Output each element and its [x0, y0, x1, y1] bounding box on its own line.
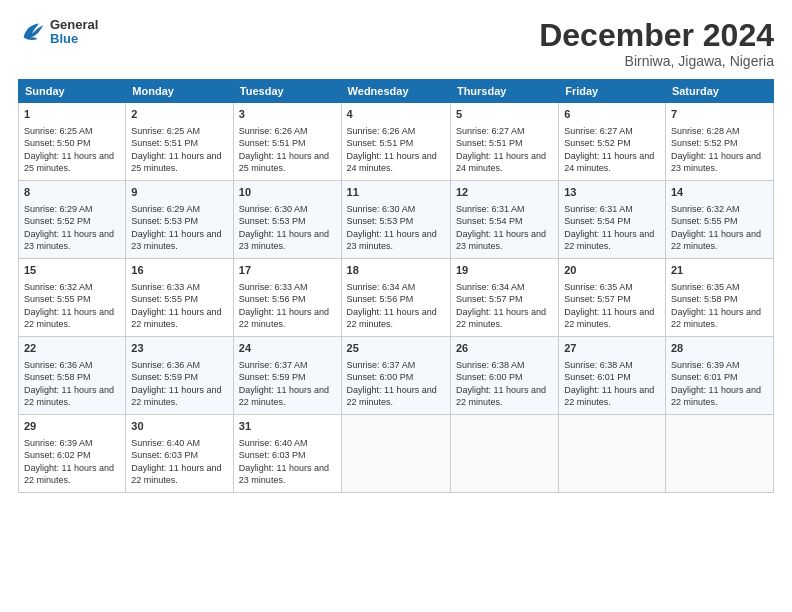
- day-info: Sunrise: 6:30 AM: [239, 203, 336, 216]
- day-info: Sunset: 5:54 PM: [456, 215, 553, 228]
- day-cell: 21Sunrise: 6:35 AMSunset: 5:58 PMDayligh…: [665, 259, 773, 337]
- day-number: 27: [564, 341, 660, 356]
- day-info: Sunrise: 6:37 AM: [239, 359, 336, 372]
- logo-general: General: [50, 18, 98, 32]
- day-info: Sunset: 5:53 PM: [239, 215, 336, 228]
- day-info: Sunset: 5:56 PM: [347, 293, 445, 306]
- day-info: Sunrise: 6:35 AM: [564, 281, 660, 294]
- day-number: 7: [671, 107, 768, 122]
- day-info: Sunrise: 6:31 AM: [456, 203, 553, 216]
- day-info: Sunset: 6:03 PM: [239, 449, 336, 462]
- day-info: Sunset: 6:00 PM: [347, 371, 445, 384]
- day-cell: 17Sunrise: 6:33 AMSunset: 5:56 PMDayligh…: [233, 259, 341, 337]
- day-number: 16: [131, 263, 228, 278]
- day-number: 26: [456, 341, 553, 356]
- day-info: Sunrise: 6:25 AM: [131, 125, 228, 138]
- day-info: Daylight: 11 hours and 23 minutes.: [347, 228, 445, 253]
- day-info: Sunset: 5:53 PM: [347, 215, 445, 228]
- day-number: 19: [456, 263, 553, 278]
- day-info: Sunset: 5:53 PM: [131, 215, 228, 228]
- day-cell: 26Sunrise: 6:38 AMSunset: 6:00 PMDayligh…: [450, 337, 558, 415]
- day-info: Daylight: 11 hours and 25 minutes.: [239, 150, 336, 175]
- logo: General Blue: [18, 18, 98, 47]
- day-number: 15: [24, 263, 120, 278]
- day-cell: 27Sunrise: 6:38 AMSunset: 6:01 PMDayligh…: [559, 337, 666, 415]
- day-info: Sunrise: 6:38 AM: [456, 359, 553, 372]
- calendar-table: SundayMondayTuesdayWednesdayThursdayFrid…: [18, 79, 774, 493]
- day-number: 6: [564, 107, 660, 122]
- day-cell: 2Sunrise: 6:25 AMSunset: 5:51 PMDaylight…: [126, 103, 234, 181]
- day-info: Daylight: 11 hours and 22 minutes.: [131, 384, 228, 409]
- day-info: Sunset: 5:55 PM: [24, 293, 120, 306]
- logo-bird-icon: [18, 18, 46, 46]
- day-info: Daylight: 11 hours and 23 minutes.: [456, 228, 553, 253]
- day-number: 23: [131, 341, 228, 356]
- day-number: 30: [131, 419, 228, 434]
- day-cell: 23Sunrise: 6:36 AMSunset: 5:59 PMDayligh…: [126, 337, 234, 415]
- day-number: 3: [239, 107, 336, 122]
- day-info: Sunset: 6:03 PM: [131, 449, 228, 462]
- day-cell: [665, 415, 773, 493]
- location: Birniwa, Jigawa, Nigeria: [539, 53, 774, 69]
- weekday-header-monday: Monday: [126, 80, 234, 103]
- day-cell: 19Sunrise: 6:34 AMSunset: 5:57 PMDayligh…: [450, 259, 558, 337]
- day-info: Daylight: 11 hours and 24 minutes.: [564, 150, 660, 175]
- day-cell: 24Sunrise: 6:37 AMSunset: 5:59 PMDayligh…: [233, 337, 341, 415]
- day-info: Sunset: 6:02 PM: [24, 449, 120, 462]
- day-cell: 9Sunrise: 6:29 AMSunset: 5:53 PMDaylight…: [126, 181, 234, 259]
- day-number: 14: [671, 185, 768, 200]
- day-cell: 20Sunrise: 6:35 AMSunset: 5:57 PMDayligh…: [559, 259, 666, 337]
- weekday-header-sunday: Sunday: [19, 80, 126, 103]
- day-info: Sunrise: 6:37 AM: [347, 359, 445, 372]
- day-info: Sunrise: 6:39 AM: [24, 437, 120, 450]
- day-info: Sunset: 5:51 PM: [239, 137, 336, 150]
- day-number: 22: [24, 341, 120, 356]
- day-cell: 4Sunrise: 6:26 AMSunset: 5:51 PMDaylight…: [341, 103, 450, 181]
- day-number: 9: [131, 185, 228, 200]
- day-info: Sunset: 5:55 PM: [671, 215, 768, 228]
- day-number: 21: [671, 263, 768, 278]
- day-info: Sunrise: 6:27 AM: [564, 125, 660, 138]
- day-cell: 25Sunrise: 6:37 AMSunset: 6:00 PMDayligh…: [341, 337, 450, 415]
- day-info: Sunrise: 6:33 AM: [239, 281, 336, 294]
- day-info: Daylight: 11 hours and 22 minutes.: [131, 462, 228, 487]
- day-number: 2: [131, 107, 228, 122]
- day-info: Sunset: 6:00 PM: [456, 371, 553, 384]
- header-row: General Blue December 2024 Birniwa, Jiga…: [18, 18, 774, 69]
- day-info: Sunrise: 6:32 AM: [24, 281, 120, 294]
- day-info: Sunset: 5:55 PM: [131, 293, 228, 306]
- day-cell: 6Sunrise: 6:27 AMSunset: 5:52 PMDaylight…: [559, 103, 666, 181]
- day-number: 17: [239, 263, 336, 278]
- day-number: 12: [456, 185, 553, 200]
- day-info: Daylight: 11 hours and 25 minutes.: [131, 150, 228, 175]
- day-info: Sunset: 5:58 PM: [671, 293, 768, 306]
- weekday-header-wednesday: Wednesday: [341, 80, 450, 103]
- day-info: Sunset: 5:51 PM: [347, 137, 445, 150]
- day-cell: [559, 415, 666, 493]
- week-row-3: 15Sunrise: 6:32 AMSunset: 5:55 PMDayligh…: [19, 259, 774, 337]
- day-info: Sunrise: 6:29 AM: [131, 203, 228, 216]
- logo-text: General Blue: [50, 18, 98, 47]
- day-info: Sunset: 6:01 PM: [671, 371, 768, 384]
- day-number: 24: [239, 341, 336, 356]
- page: General Blue December 2024 Birniwa, Jiga…: [0, 0, 792, 612]
- day-cell: 18Sunrise: 6:34 AMSunset: 5:56 PMDayligh…: [341, 259, 450, 337]
- day-info: Daylight: 11 hours and 22 minutes.: [564, 228, 660, 253]
- week-row-4: 22Sunrise: 6:36 AMSunset: 5:58 PMDayligh…: [19, 337, 774, 415]
- week-row-5: 29Sunrise: 6:39 AMSunset: 6:02 PMDayligh…: [19, 415, 774, 493]
- day-number: 18: [347, 263, 445, 278]
- day-info: Sunset: 5:58 PM: [24, 371, 120, 384]
- day-info: Sunset: 5:59 PM: [239, 371, 336, 384]
- day-cell: 10Sunrise: 6:30 AMSunset: 5:53 PMDayligh…: [233, 181, 341, 259]
- day-cell: 30Sunrise: 6:40 AMSunset: 6:03 PMDayligh…: [126, 415, 234, 493]
- day-info: Daylight: 11 hours and 22 minutes.: [671, 306, 768, 331]
- day-cell: 1Sunrise: 6:25 AMSunset: 5:50 PMDaylight…: [19, 103, 126, 181]
- day-info: Daylight: 11 hours and 22 minutes.: [347, 384, 445, 409]
- day-info: Daylight: 11 hours and 23 minutes.: [239, 462, 336, 487]
- weekday-header-row: SundayMondayTuesdayWednesdayThursdayFrid…: [19, 80, 774, 103]
- day-cell: 8Sunrise: 6:29 AMSunset: 5:52 PMDaylight…: [19, 181, 126, 259]
- day-info: Sunrise: 6:40 AM: [131, 437, 228, 450]
- day-info: Sunrise: 6:33 AM: [131, 281, 228, 294]
- day-cell: 5Sunrise: 6:27 AMSunset: 5:51 PMDaylight…: [450, 103, 558, 181]
- day-cell: 3Sunrise: 6:26 AMSunset: 5:51 PMDaylight…: [233, 103, 341, 181]
